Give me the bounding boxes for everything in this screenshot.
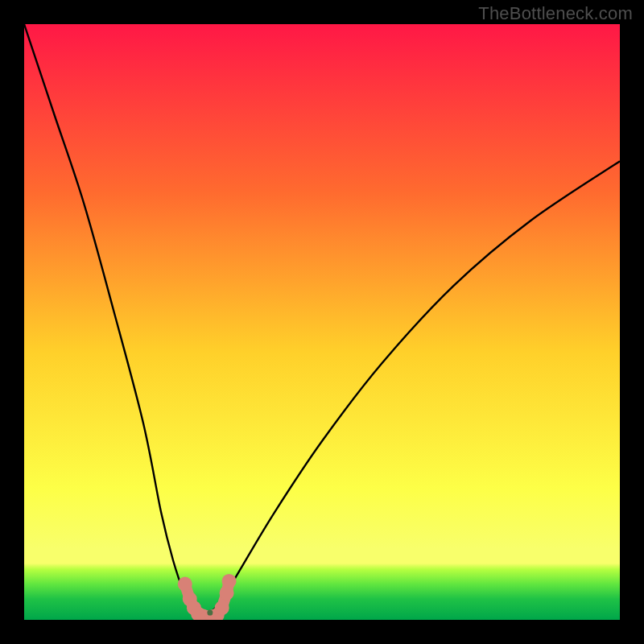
plot-area bbox=[24, 24, 620, 620]
center-dot bbox=[207, 610, 213, 616]
marker-right-cluster-b bbox=[220, 586, 234, 601]
marker-left-cluster-top bbox=[178, 577, 192, 592]
marker-right-cluster-a bbox=[215, 601, 229, 615]
watermark-text: TheBottleneck.com bbox=[478, 3, 633, 24]
gradient-background bbox=[24, 24, 620, 620]
bottleneck-chart bbox=[24, 24, 620, 620]
marker-right-cluster-top bbox=[222, 574, 237, 588]
chart-frame: TheBottleneck.com bbox=[0, 0, 644, 644]
